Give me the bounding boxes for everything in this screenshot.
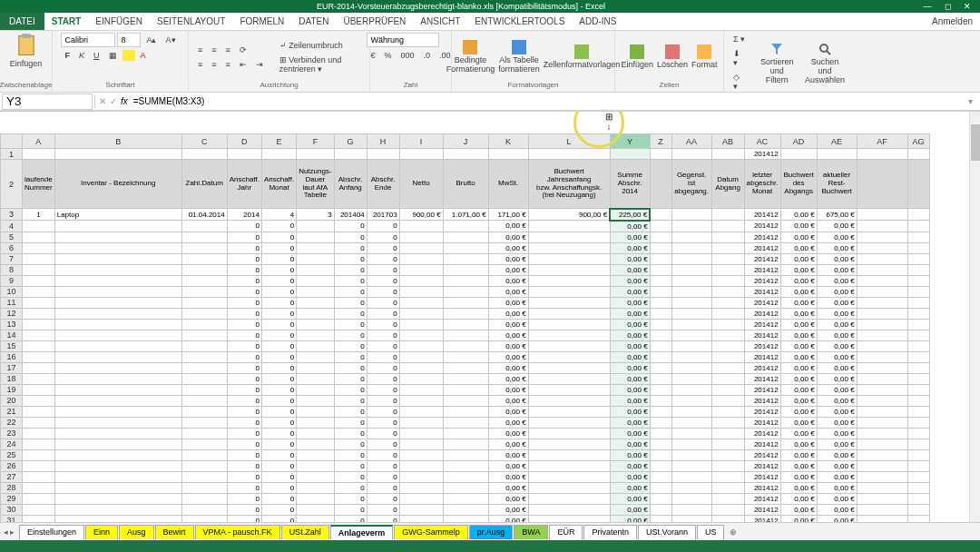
cell-AG1[interactable] <box>907 149 929 160</box>
cell-E26[interactable]: 0 <box>261 460 296 471</box>
cell-AF27[interactable] <box>857 471 907 482</box>
cell-L25[interactable] <box>528 449 610 460</box>
cell-AE19[interactable]: 0,00 € <box>817 384 857 395</box>
cell-AE28[interactable]: 0,00 € <box>817 482 857 493</box>
cell-Y18[interactable]: 0,00 € <box>610 373 650 384</box>
file-tab[interactable]: DATEI <box>0 13 44 30</box>
cell-AC10[interactable]: 201412 <box>744 286 780 297</box>
cell-K16[interactable]: 0,00 € <box>488 351 528 362</box>
cell-AG30[interactable] <box>907 504 929 515</box>
cell-AF29[interactable] <box>857 493 907 504</box>
cell-AG18[interactable] <box>907 373 929 384</box>
tab-nav-first-icon[interactable]: ◂ <box>4 527 8 537</box>
cell-AD29[interactable]: 0,00 € <box>780 493 817 504</box>
table-header-J[interactable]: Brutto <box>443 160 488 209</box>
cell-Z25[interactable] <box>650 449 671 460</box>
cell-K14[interactable]: 0,00 € <box>488 330 528 340</box>
cell-Z19[interactable] <box>650 384 671 395</box>
cell-J27[interactable] <box>443 471 488 482</box>
cell-F6[interactable] <box>297 242 334 253</box>
cell-G1[interactable] <box>334 149 367 160</box>
indent-dec-icon[interactable]: ⇤ <box>236 58 250 71</box>
cell-D15[interactable]: 0 <box>227 340 261 351</box>
cell-AC20[interactable]: 201412 <box>744 395 780 406</box>
table-header-Y[interactable]: Summe Abschr. 2014 <box>610 160 650 209</box>
cell-Y30[interactable]: 0,00 € <box>610 504 650 515</box>
cell-J22[interactable] <box>443 417 488 428</box>
expand-formula-icon[interactable]: ▾ <box>968 96 973 106</box>
cell-F18[interactable] <box>297 373 334 384</box>
cell-AG6[interactable] <box>907 242 929 253</box>
cell-F16[interactable] <box>297 351 334 362</box>
cell-AD7[interactable]: 0,00 € <box>780 253 817 264</box>
cell-L4[interactable] <box>528 221 610 232</box>
cell-A30[interactable] <box>23 504 55 515</box>
cell-B30[interactable] <box>54 504 181 515</box>
name-box[interactable] <box>2 94 93 110</box>
cell-G15[interactable]: 0 <box>334 340 367 351</box>
cell-Z15[interactable] <box>650 340 671 351</box>
currency-icon[interactable]: € <box>367 49 378 62</box>
cell-C4[interactable] <box>181 221 227 232</box>
cell-A20[interactable] <box>23 395 55 406</box>
cell-AB19[interactable] <box>711 384 744 395</box>
cell-B3[interactable]: Laptop <box>54 209 181 221</box>
cell-K20[interactable]: 0,00 € <box>488 395 528 406</box>
cell-I11[interactable] <box>399 297 443 308</box>
cell-AG16[interactable] <box>907 351 929 362</box>
cell-D12[interactable]: 0 <box>227 308 261 319</box>
cell-AG12[interactable] <box>907 308 929 319</box>
cell-D26[interactable]: 0 <box>227 460 261 471</box>
cell-J31[interactable] <box>443 515 488 522</box>
cell-F28[interactable] <box>297 482 334 493</box>
cell-B22[interactable] <box>54 417 181 428</box>
cell-AE27[interactable]: 0,00 € <box>817 471 857 482</box>
row-header-27[interactable]: 27 <box>1 471 23 482</box>
cell-Y5[interactable]: 0,00 € <box>610 232 650 242</box>
cell-C19[interactable] <box>181 384 227 395</box>
cell-G12[interactable]: 0 <box>334 308 367 319</box>
cell-AA21[interactable] <box>671 406 711 417</box>
cell-AC4[interactable]: 201412 <box>744 221 780 232</box>
cell-AE24[interactable]: 0,00 € <box>817 439 857 449</box>
cell-D23[interactable]: 0 <box>227 428 261 439</box>
cell-AC22[interactable]: 201412 <box>744 417 780 428</box>
cell-AF30[interactable] <box>857 504 907 515</box>
cell-AD27[interactable]: 0,00 € <box>780 471 817 482</box>
maximize-icon[interactable]: ◻ <box>938 0 956 13</box>
cell-E14[interactable]: 0 <box>261 330 296 340</box>
cell-G10[interactable]: 0 <box>334 286 367 297</box>
cell-E11[interactable]: 0 <box>261 297 296 308</box>
align-top-icon[interactable]: ≡ <box>194 44 206 56</box>
cell-A22[interactable] <box>23 417 55 428</box>
cell-L18[interactable] <box>528 373 610 384</box>
cell-AE7[interactable]: 0,00 € <box>817 253 857 264</box>
cell-Y26[interactable]: 0,00 € <box>610 460 650 471</box>
cell-C30[interactable] <box>181 504 227 515</box>
cell-AE20[interactable]: 0,00 € <box>817 395 857 406</box>
cell-AA9[interactable] <box>671 275 711 286</box>
cell-H6[interactable]: 0 <box>367 242 399 253</box>
cell-G25[interactable]: 0 <box>334 449 367 460</box>
col-header-AC[interactable]: AC <box>744 134 780 149</box>
cell-I13[interactable] <box>399 319 443 330</box>
cell-AF12[interactable] <box>857 308 907 319</box>
cell-AG26[interactable] <box>907 460 929 471</box>
cell-Y13[interactable]: 0,00 € <box>610 319 650 330</box>
cell-AC11[interactable]: 201412 <box>744 297 780 308</box>
cell-E27[interactable]: 0 <box>261 471 296 482</box>
cell-AC30[interactable]: 201412 <box>744 504 780 515</box>
cell-AC25[interactable]: 201412 <box>744 449 780 460</box>
align-mid-icon[interactable]: ≡ <box>208 44 220 56</box>
cell-J16[interactable] <box>443 351 488 362</box>
cell-E21[interactable]: 0 <box>261 406 296 417</box>
cell-I5[interactable] <box>399 232 443 242</box>
cell-K29[interactable]: 0,00 € <box>488 493 528 504</box>
row-header-25[interactable]: 25 <box>1 449 23 460</box>
cell-Z9[interactable] <box>650 275 671 286</box>
table-header-AA[interactable]: Gegenst. ist abgegang. <box>671 160 711 209</box>
cell-F31[interactable] <box>297 515 334 522</box>
cell-L3[interactable]: 900,00 € <box>528 209 610 221</box>
cell-G13[interactable]: 0 <box>334 319 367 330</box>
cell-Y21[interactable]: 0,00 € <box>610 406 650 417</box>
